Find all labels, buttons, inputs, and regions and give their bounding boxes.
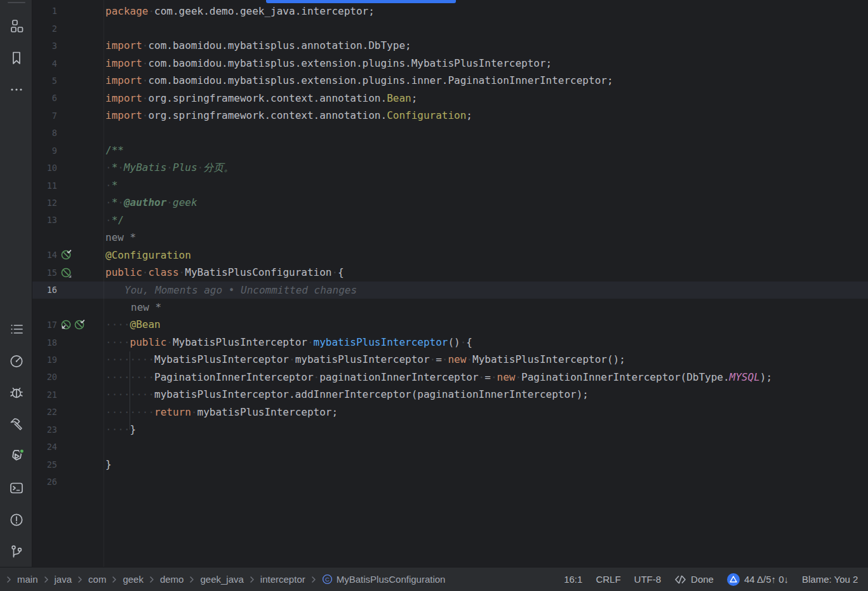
breadcrumb-class-item[interactable]: CMyBatisPlusConfiguration [322,574,446,585]
chevron-right-icon [6,576,11,583]
vcs-changes-widget[interactable]: 44 Δ/5↑ 0↓ [727,573,789,586]
line-number[interactable]: 7 [32,111,57,121]
line-number[interactable]: 21 [32,390,57,400]
line-number[interactable]: 17 [32,320,57,330]
line-number[interactable]: 11 [32,180,57,191]
code-line[interactable]: 9/** [32,142,868,159]
code-line[interactable]: 25} [32,456,868,473]
bean-arrow-icon[interactable] [60,319,73,330]
gutter-icons [57,267,90,278]
code-line[interactable]: 23····} [32,421,868,438]
code-line[interactable]: 21········mybatisPlusInterceptor.addInne… [32,386,868,403]
breadcrumb-item[interactable]: main [17,574,38,585]
code-line[interactable]: 10·*·MyBatis·Plus·分页。 [32,159,868,176]
code-line[interactable]: 4import·com.baomidou.mybatisplus.extensi… [32,55,868,72]
more-icon[interactable] [8,81,25,98]
line-number[interactable]: 2 [32,24,57,34]
code-text: ········mybatisPlusInterceptor.addInnerI… [90,386,868,403]
chevron-right-icon [77,576,83,583]
terminal-icon[interactable] [8,479,25,496]
analysis-widget[interactable]: Done [674,574,714,585]
line-number[interactable]: 20 [32,372,57,382]
bean-expand-icon[interactable] [60,267,73,278]
line-number[interactable]: 12 [32,198,57,208]
code-text: } [90,456,868,473]
code-line[interactable]: 24 [32,438,868,455]
breadcrumb-item[interactable]: geek [123,574,144,585]
line-number[interactable]: 13 [32,215,57,225]
line-number[interactable]: 15 [32,268,57,278]
services-run-icon[interactable] [8,447,25,465]
code-line[interactable]: 22········return·mybatisPlusInterceptor; [32,404,868,421]
todo-list-icon[interactable] [8,320,25,337]
encoding-widget[interactable]: UTF-8 [634,574,662,585]
line-number[interactable]: 3 [32,41,57,51]
line-number[interactable]: 8 [32,128,57,138]
code-line[interactable]: 1package·com.geek.demo.geek_java.interce… [32,3,868,20]
breadcrumb-item[interactable]: demo [160,574,184,585]
status-bar: mainjavacomgeekdemogeek_javainterceptorC… [0,567,868,591]
code-line[interactable]: 19········MybatisPlusInterceptor·mybatis… [32,351,868,368]
structure-icon[interactable] [8,17,25,34]
code-line[interactable]: 16You, Moments ago • Uncommitted changes [32,282,868,299]
blame-widget[interactable]: Blame: You 2 [802,574,868,585]
line-number[interactable]: 19 [32,355,57,365]
line-number[interactable]: 24 [32,442,57,452]
line-number[interactable]: 22 [32,407,57,417]
code-line[interactable]: 7import·org.springframework.context.anno… [32,107,868,124]
debug-bug-icon[interactable] [8,384,25,401]
breadcrumb-item[interactable]: com [88,574,106,585]
breadcrumb-item[interactable]: geek_java [200,574,243,585]
bean-check-icon[interactable] [60,249,73,261]
editor[interactable]: 1package·com.geek.demo.geek_java.interce… [32,0,868,567]
code-line[interactable]: 2 [32,20,868,37]
code-text: public·class·MyBatisPlusConfiguration·{ [90,264,868,281]
build-hammer-icon[interactable] [8,416,25,433]
code-text: @Configuration [90,247,868,264]
code-line[interactable]: 15public·class·MyBatisPlusConfiguration·… [32,264,868,281]
code-line[interactable]: 13·*/ [32,212,868,229]
line-number[interactable]: 1 [32,6,57,16]
line-number[interactable]: 16 [32,285,57,295]
code-line[interactable]: 17····@Bean [32,316,868,333]
delta-badge-icon [727,573,740,586]
line-number[interactable]: 25 [32,459,57,470]
line-number[interactable]: 14 [32,250,57,260]
line-number[interactable]: 4 [32,58,57,69]
class-icon: C [322,574,333,585]
line-number[interactable]: 26 [32,477,57,487]
code-text: ········return·mybatisPlusInterceptor; [90,404,868,421]
code-line[interactable]: 12·*·@author·geek [32,194,868,211]
breadcrumb-item[interactable]: interceptor [260,574,305,585]
gutter-icons [57,319,90,330]
line-number[interactable]: 18 [32,337,57,348]
code-line[interactable]: 8 [32,125,868,142]
line-number[interactable]: 9 [32,146,57,156]
bookmarks-icon[interactable] [8,49,25,66]
line-separator-widget[interactable]: CRLF [596,574,620,585]
code-line[interactable]: 14@Configuration [32,247,868,264]
analysis-status-label: Done [691,574,714,585]
line-number[interactable]: 23 [32,425,57,435]
caret-position-widget[interactable]: 16:1 [564,574,582,585]
code-line[interactable]: 3import·com.baomidou.mybatisplus.annotat… [32,37,868,54]
inlay-hint-row[interactable]: new * [32,229,868,246]
code-line[interactable]: 5import·com.baomidou.mybatisplus.extensi… [32,72,868,89]
code-text: ········MybatisPlusInterceptor·mybatisPl… [90,351,868,368]
code-line[interactable]: 26 [32,473,868,490]
line-number[interactable]: 5 [32,76,57,86]
code-line[interactable]: 20········PaginationInnerInterceptor·pag… [32,369,868,386]
problems-icon[interactable] [8,511,25,528]
chevron-right-icon [149,576,154,583]
code-line[interactable]: 18····public·MybatisPlusInterceptor·myba… [32,334,868,351]
bean-check-icon[interactable] [74,319,86,330]
inlay-hint-row[interactable]: new * [32,299,868,316]
line-number[interactable]: 10 [32,163,57,173]
breadcrumb-item[interactable]: java [55,574,72,585]
code-line[interactable]: 6import·org.springframework.context.anno… [32,90,868,107]
code-line[interactable]: 11·* [32,177,868,194]
profiler-gauge-icon[interactable] [8,352,25,369]
git-branch-icon[interactable] [8,543,25,560]
line-number[interactable]: 6 [32,93,57,103]
code-text: /** [90,142,868,159]
